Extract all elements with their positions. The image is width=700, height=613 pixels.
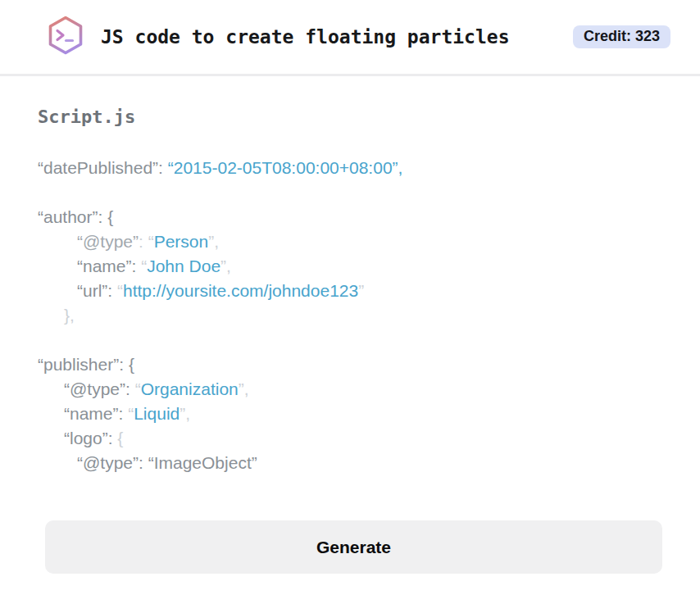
code-blank-line (38, 180, 662, 205)
credit-badge: Credit: 323 (573, 25, 670, 48)
code-line: }, (38, 303, 662, 328)
code-line: “@type”: “Person”, (38, 229, 662, 254)
code-line: “logo”: { (38, 426, 662, 451)
generate-button[interactable]: Generate (45, 520, 662, 574)
file-title: Script.js (38, 107, 662, 128)
code-block: “datePublished”: “2015-02-05T08:00:00+08… (38, 156, 662, 475)
main-content: Script.js “datePublished”: “2015-02-05T0… (0, 107, 700, 574)
code-line: “author”: { (38, 205, 662, 229)
code-line: “datePublished”: “2015-02-05T08:00:00+08… (38, 156, 662, 180)
terminal-prompt-hexagon-icon (45, 15, 86, 59)
code-line: “@type”: “ImageObject” (38, 451, 662, 475)
page-title: JS code to create floating particles (101, 26, 510, 48)
code-line: “publisher”: { (38, 352, 662, 377)
header: JS code to create floating particles Cre… (0, 0, 700, 76)
code-line: “name”: “John Doe”, (38, 254, 662, 279)
code-line: “@type”: “Organization”, (38, 377, 662, 402)
code-line: “name”: “Liquid”, (38, 402, 662, 426)
code-line: “url”: “http://yoursite.com/johndoe123” (38, 279, 662, 303)
code-blank-line (38, 328, 662, 352)
